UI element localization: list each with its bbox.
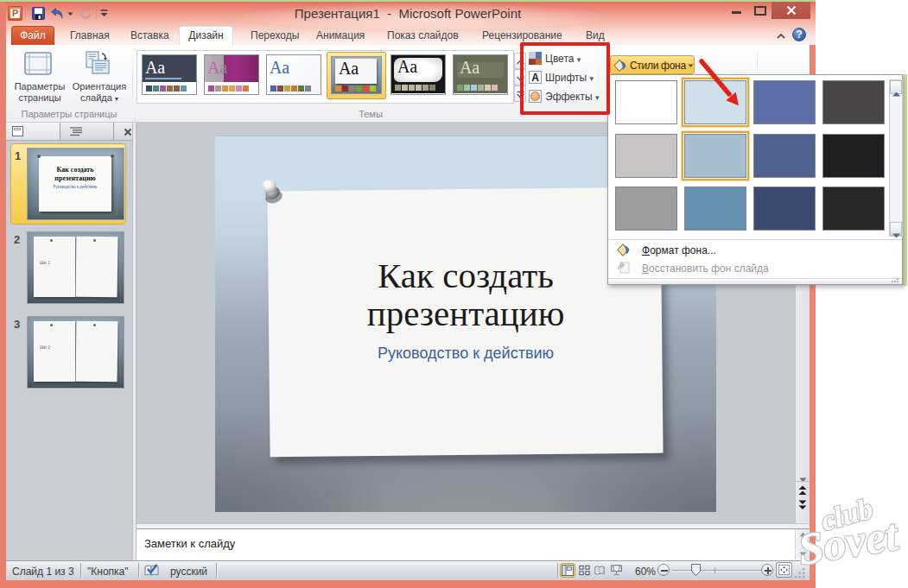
svg-text:club: club [817,492,876,537]
